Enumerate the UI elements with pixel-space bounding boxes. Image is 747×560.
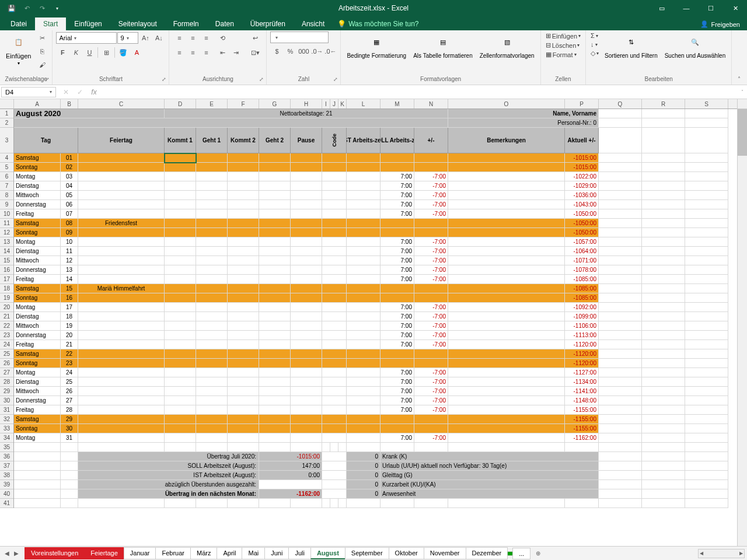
row-header-8[interactable]: 8 (0, 191, 13, 200)
new-sheet-icon[interactable]: ⊕ (533, 550, 543, 556)
cell[interactable] (259, 321, 291, 331)
increase-font-icon[interactable]: A↑ (139, 32, 152, 44)
cell[interactable] (322, 368, 347, 377)
wrap-text-icon[interactable]: ↩ (248, 32, 263, 44)
cell[interactable] (165, 499, 196, 508)
cell[interactable] (322, 284, 347, 293)
format-painter-icon[interactable]: 🖌 (36, 58, 48, 71)
row-header-14[interactable]: 14 (0, 247, 13, 256)
cell[interactable] (414, 349, 448, 359)
cell[interactable] (196, 200, 228, 209)
cell[interactable] (599, 321, 642, 331)
cell[interactable] (291, 443, 322, 452)
cell[interactable] (347, 368, 381, 377)
cell[interactable]: -1043:00 (565, 200, 599, 209)
cell[interactable] (685, 387, 728, 396)
cell[interactable] (196, 405, 228, 415)
cell[interactable]: Aktuell +/- (565, 128, 599, 153)
cell[interactable] (381, 153, 414, 163)
cell[interactable]: -7:00 (414, 387, 448, 396)
cell[interactable] (78, 265, 165, 275)
cell[interactable] (291, 163, 322, 172)
row-header-4[interactable]: 4 (0, 153, 13, 163)
cell[interactable]: 11 (61, 247, 78, 256)
alignment-launcher-icon[interactable]: ⤢ (259, 76, 264, 82)
cell[interactable] (165, 415, 196, 424)
cell[interactable]: Dienstag (14, 181, 61, 191)
cell[interactable]: -1155:00 (565, 415, 599, 424)
cell[interactable] (322, 461, 347, 471)
cell[interactable] (599, 128, 642, 153)
cell[interactable] (196, 368, 228, 377)
row-header-36[interactable]: 36 (0, 452, 13, 461)
cell[interactable] (347, 340, 381, 349)
cell[interactable] (322, 191, 347, 200)
cell[interactable] (291, 293, 322, 303)
cell[interactable]: Kommt 2 (228, 128, 259, 153)
ribbon-options-icon[interactable]: ▭ (650, 0, 673, 16)
cell[interactable] (381, 349, 414, 359)
cell[interactable] (448, 424, 565, 433)
cell[interactable] (196, 340, 228, 349)
cell[interactable] (259, 396, 291, 405)
cell[interactable]: -1099:00 (565, 312, 599, 321)
cell[interactable] (599, 200, 642, 209)
cell[interactable] (228, 312, 259, 321)
row-header-19[interactable]: 19 (0, 293, 13, 303)
cell[interactable] (347, 415, 381, 424)
cell[interactable] (228, 293, 259, 303)
cell[interactable]: Code (322, 128, 347, 153)
cell[interactable] (196, 349, 228, 359)
cell[interactable] (228, 499, 259, 508)
cell[interactable] (228, 349, 259, 359)
cell[interactable] (448, 209, 565, 219)
row-header-10[interactable]: 10 (0, 209, 13, 219)
cell[interactable] (381, 443, 414, 452)
cell[interactable] (196, 284, 228, 293)
cell[interactable] (165, 219, 196, 228)
cell[interactable] (599, 415, 642, 424)
cell[interactable]: -7:00 (414, 331, 448, 340)
undo-icon[interactable]: ↶ (20, 1, 34, 15)
cell[interactable] (291, 405, 322, 415)
cell[interactable] (14, 499, 61, 508)
border-icon[interactable]: ⊞ (100, 46, 113, 59)
cell[interactable] (322, 321, 347, 331)
cell[interactable] (448, 499, 565, 508)
cell[interactable] (291, 219, 322, 228)
sheet-tab-juli[interactable]: Juli (288, 547, 311, 559)
cell[interactable] (196, 331, 228, 340)
cell[interactable] (322, 331, 347, 340)
cell[interactable] (165, 256, 196, 265)
col-header-I[interactable]: I (322, 99, 330, 108)
cell[interactable] (228, 387, 259, 396)
cell[interactable]: Feiertag (78, 128, 165, 153)
row-header-2[interactable]: 2 (0, 118, 13, 128)
cell[interactable] (685, 499, 728, 508)
maximize-icon[interactable]: ☐ (699, 0, 722, 16)
cell[interactable] (448, 200, 565, 209)
cell[interactable]: -1092:00 (565, 303, 599, 312)
row-header-11[interactable]: 11 (0, 219, 13, 228)
autosum-button[interactable]: Σ▾ (589, 32, 600, 40)
cell[interactable] (330, 499, 338, 508)
cell[interactable] (259, 293, 291, 303)
cell[interactable] (259, 499, 291, 508)
cell[interactable] (78, 247, 165, 256)
cell[interactable] (78, 172, 165, 181)
cell[interactable] (165, 443, 196, 452)
cell[interactable] (642, 377, 685, 387)
cell[interactable] (322, 433, 347, 443)
cell[interactable] (196, 433, 228, 443)
cell[interactable] (685, 368, 728, 377)
cell[interactable] (291, 368, 322, 377)
row-header-5[interactable]: 5 (0, 163, 13, 172)
cell[interactable] (78, 256, 165, 265)
cell[interactable] (322, 340, 347, 349)
cell[interactable] (599, 219, 642, 228)
cell[interactable] (347, 200, 381, 209)
cell[interactable]: -7:00 (414, 312, 448, 321)
cell[interactable] (291, 181, 322, 191)
sheet-tab-märz[interactable]: März (190, 547, 217, 559)
cell[interactable]: 14 (61, 275, 78, 284)
